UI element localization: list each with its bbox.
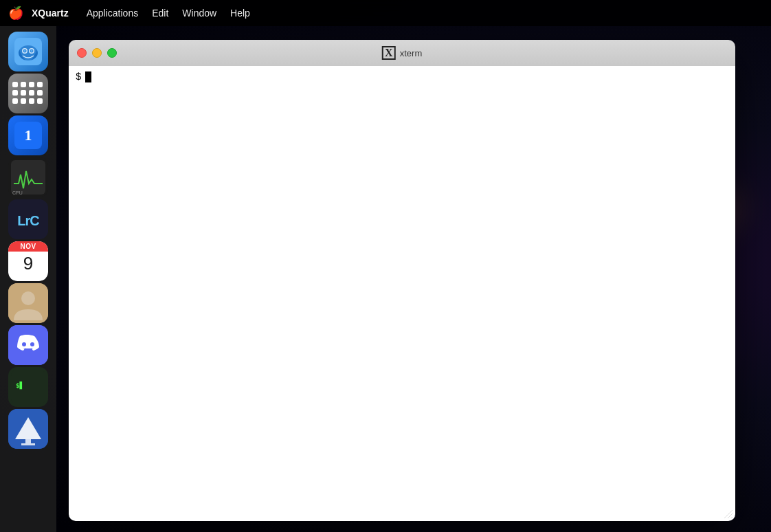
- dock-app-contacts[interactable]: [8, 283, 48, 323]
- menu-applications[interactable]: Applications: [87, 8, 139, 19]
- discord-icon: [8, 325, 48, 365]
- dock-app-lightroom[interactable]: LrC: [8, 199, 48, 239]
- svg-line-28: [731, 517, 733, 518]
- xterm-resize-handle[interactable]: [723, 509, 733, 518]
- window-maximize-button[interactable]: [107, 48, 117, 58]
- window-minimize-button[interactable]: [92, 48, 102, 58]
- svg-text:1: 1: [25, 126, 32, 144]
- dock-app-launchpad[interactable]: [8, 74, 48, 113]
- keynote-icon: [8, 409, 48, 449]
- contacts-icon: [8, 283, 48, 323]
- svg-point-16: [21, 291, 35, 305]
- window-close-button[interactable]: [77, 48, 87, 58]
- dock-app-discord[interactable]: [8, 325, 48, 365]
- dock-app-terminal[interactable]: $▋: [8, 367, 48, 407]
- xterm-title: X xterm: [382, 46, 423, 60]
- finder-icon: [8, 32, 48, 71]
- menu-window[interactable]: Window: [182, 8, 216, 19]
- xterm-window-buttons: [77, 48, 117, 58]
- lightroom-icon: LrC: [8, 199, 48, 239]
- svg-text:LrC: LrC: [17, 213, 39, 228]
- svg-point-19: [30, 342, 34, 346]
- svg-point-18: [22, 342, 26, 346]
- xterm-prompt-symbol: $: [76, 71, 81, 82]
- xterm-prompt-line: $: [76, 71, 728, 82]
- dock-app-finder[interactable]: [8, 32, 48, 71]
- 1password-icon: 1: [8, 115, 48, 155]
- calendar-month: NOV: [8, 241, 48, 252]
- svg-point-6: [24, 50, 26, 52]
- menubar: 🍎 XQuartz Applications Edit Window Help: [0, 0, 771, 26]
- xterm-cursor: [85, 71, 91, 82]
- menu-help[interactable]: Help: [230, 8, 250, 19]
- svg-rect-24: [25, 439, 31, 443]
- svg-line-26: [724, 510, 733, 518]
- xterm-title-text: xterm: [400, 48, 423, 58]
- calendar-icon: NOV 9: [8, 241, 48, 281]
- xterm-titlebar: X xterm: [69, 40, 735, 66]
- svg-text:$▋: $▋: [16, 381, 23, 390]
- svg-rect-25: [21, 443, 35, 445]
- dock-app-activity-monitor[interactable]: CPU: [8, 157, 48, 197]
- svg-point-7: [31, 50, 33, 52]
- xterm-window: X xterm $: [69, 40, 735, 521]
- xterm-title-icon: X: [382, 46, 396, 60]
- activity-monitor-icon: CPU: [8, 157, 48, 197]
- dock-app-keynote[interactable]: [8, 409, 48, 449]
- terminal-icon: $▋: [8, 367, 48, 407]
- svg-text:CPU: CPU: [12, 190, 23, 195]
- dock-app-calendar[interactable]: NOV 9: [8, 241, 48, 281]
- menu-edit[interactable]: Edit: [152, 8, 168, 19]
- app-name[interactable]: XQuartz: [32, 8, 69, 19]
- dock: 1 CPU LrC NOV 9: [0, 26, 56, 532]
- launchpad-icon: [8, 74, 48, 113]
- apple-menu[interactable]: 🍎: [8, 5, 23, 21]
- xterm-content[interactable]: $: [69, 66, 735, 521]
- dock-app-1password[interactable]: 1: [8, 115, 48, 155]
- calendar-day: 9: [23, 252, 33, 272]
